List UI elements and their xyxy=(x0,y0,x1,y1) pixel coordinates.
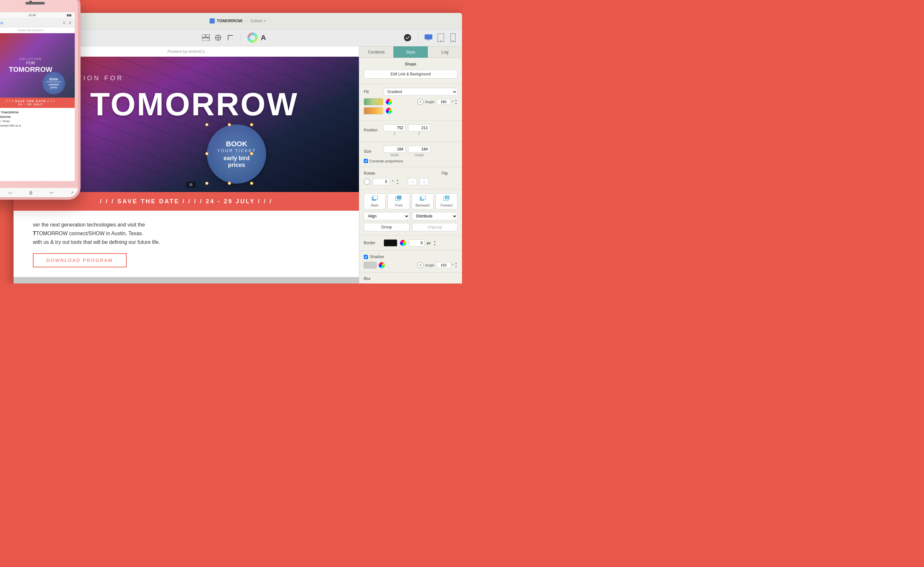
phone-hero: SOLUTION FOR TOMORROW BOOK YOUR TICKET e… xyxy=(0,33,75,98)
border-up[interactable]: ▲ xyxy=(434,240,436,243)
right-panel: Contents Style Log Shape Edit Link & Bac… xyxy=(359,46,462,284)
shadow-angle-up[interactable]: ▲ xyxy=(454,262,458,265)
sel-handle-ml[interactable] xyxy=(205,152,208,155)
phone-nav-arrows: ∧ ∨ xyxy=(63,20,72,25)
phone-hero-solution: SOLUTION xyxy=(20,57,42,61)
color-circle-1[interactable] xyxy=(386,99,392,105)
rotate-input[interactable] xyxy=(373,178,390,185)
corner-icon[interactable] xyxy=(226,34,234,42)
sel-handle-bc[interactable] xyxy=(228,182,231,185)
front-icon xyxy=(395,195,402,202)
shadow-color-circle[interactable] xyxy=(378,262,385,268)
back-icon xyxy=(371,195,378,202)
fill-type-select[interactable]: Gradient xyxy=(384,88,458,96)
ungroup-button[interactable]: Ungroup xyxy=(412,223,458,231)
front-button[interactable]: Front xyxy=(388,193,410,209)
rotate-up[interactable]: ▲ xyxy=(396,178,399,182)
shadow-angle-unit: ° xyxy=(452,263,453,267)
layout-icon[interactable] xyxy=(202,34,210,42)
sel-handle-tl[interactable] xyxy=(205,123,208,126)
rotate-spinners: ▲ ▼ xyxy=(396,178,399,185)
tab-log[interactable]: Log xyxy=(428,46,462,58)
font-icon[interactable]: A xyxy=(260,34,267,42)
angle-down[interactable]: ▼ xyxy=(454,102,458,105)
shadow-angle-down[interactable]: ▼ xyxy=(454,265,458,268)
rotate-controls: ° ▲ ▼ → ↑ xyxy=(364,178,458,185)
gradient-swatch-2[interactable] xyxy=(364,107,383,114)
shadow-label: Shadow xyxy=(370,255,384,259)
check-icon[interactable] xyxy=(404,34,411,42)
title-dropdown-arrow[interactable]: ▾ xyxy=(264,19,266,22)
phone-circle-book: BOOK xyxy=(50,78,58,81)
align-select[interactable]: Align xyxy=(364,212,410,220)
phone-circle-early: early bird xyxy=(49,84,59,86)
phone-inbox-label[interactable]: Inbox xyxy=(0,20,3,25)
shadow-angle-knob[interactable] xyxy=(417,262,424,268)
fill-label: Fill xyxy=(364,90,381,94)
x-label: X xyxy=(384,132,406,136)
shadow-angle-spinners: ▲ ▼ xyxy=(454,262,458,268)
position-label: Position xyxy=(364,128,381,132)
y-input-group: Y xyxy=(408,124,430,136)
flip-vertical-button[interactable]: ↑ xyxy=(420,178,429,185)
border-color-swatch[interactable] xyxy=(384,239,397,246)
border-width-input[interactable] xyxy=(409,239,424,246)
group-button[interactable]: Group xyxy=(364,223,410,231)
phone-time: 12:34 xyxy=(28,14,36,17)
tab-style[interactable]: Style xyxy=(393,46,428,58)
rotate-down[interactable]: ▼ xyxy=(396,182,399,185)
shadow-row: Shadow xyxy=(364,255,458,259)
height-input[interactable] xyxy=(408,146,430,153)
color-wheel-icon[interactable] xyxy=(248,33,258,43)
position-y-input[interactable] xyxy=(408,124,430,132)
edit-link-background-button[interactable]: Edit Link & Background xyxy=(364,70,458,79)
save-date-text: / / / SAVE THE DATE / / / / 24 - 29 JULY… xyxy=(100,198,272,205)
angle-knob[interactable] xyxy=(417,99,424,105)
shadow-checkbox[interactable] xyxy=(364,255,368,259)
border-section: Border px ▲ ▼ xyxy=(359,236,462,250)
phone-nav-up[interactable]: ∧ xyxy=(63,20,66,25)
crosshair-icon[interactable] xyxy=(214,34,222,42)
width-input-group: Width xyxy=(384,146,406,157)
dropdown-row: Align Distribute xyxy=(364,212,458,220)
circle-element[interactable]: BOOK YOUR TICKET early bird prices xyxy=(207,124,266,184)
position-x-input[interactable] xyxy=(384,124,406,132)
body-text-1: ver the next generation technologies and… xyxy=(33,222,145,228)
phone-nav-down[interactable]: ∨ xyxy=(68,20,72,25)
desktop-icon[interactable] xyxy=(424,34,432,42)
angle-up[interactable]: ▲ xyxy=(454,99,458,102)
mobile-icon[interactable] xyxy=(449,34,457,42)
angle-input[interactable] xyxy=(436,99,451,105)
gradient-row-1: Angle: ° ▲ ▼ xyxy=(364,98,458,105)
shadow-angle-input[interactable] xyxy=(436,262,451,268)
sel-handle-tc[interactable] xyxy=(228,123,231,126)
toolbar-center: A xyxy=(72,33,397,43)
color-circle-2[interactable] xyxy=(386,108,392,114)
tab-contents[interactable]: Contents xyxy=(359,46,393,58)
width-input[interactable] xyxy=(384,146,406,153)
download-btn[interactable]: DOWNLOAD PROGRAM xyxy=(33,253,127,267)
border-color-circle[interactable] xyxy=(400,240,406,246)
constrain-checkbox[interactable] xyxy=(364,159,368,163)
rotate-knob[interactable] xyxy=(364,178,370,185)
border-label: Border xyxy=(364,241,381,245)
group-row: Group Ungroup xyxy=(364,223,458,231)
flip-horizontal-button[interactable]: → xyxy=(408,178,417,185)
border-down[interactable]: ▼ xyxy=(434,243,436,246)
phone-hero-tomorrow: TOMORROW xyxy=(9,65,52,74)
distribute-select[interactable]: Distribute xyxy=(412,212,458,220)
size-label: Size xyxy=(364,149,381,154)
forward-button[interactable]: Forward xyxy=(436,193,458,209)
phone-circle-prices: prices xyxy=(51,86,57,88)
arrange-buttons: Back Front Backward xyxy=(364,193,458,209)
tablet-icon[interactable] xyxy=(437,34,445,42)
svg-point-14 xyxy=(453,40,454,41)
shadow-color-swatch[interactable] xyxy=(364,262,376,268)
back-button[interactable]: Back xyxy=(364,193,386,209)
backward-button[interactable]: Backward xyxy=(412,193,434,209)
phone-inbox-bar: ‹ Inbox ∧ ∨ xyxy=(0,18,75,27)
gradient-swatch-1[interactable] xyxy=(364,98,383,105)
height-label: Height xyxy=(408,153,430,157)
sel-handle-bl[interactable] xyxy=(205,182,208,185)
email-body-text: ver the next generation technologies and… xyxy=(33,220,340,247)
